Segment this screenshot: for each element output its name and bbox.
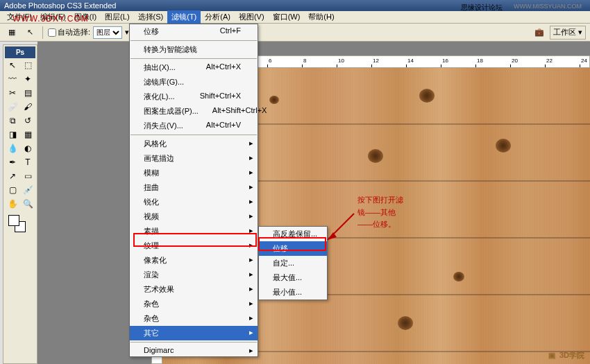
auto-select-dropdown[interactable]: 图层 — [93, 26, 122, 39]
heal-tool-icon[interactable]: 🩹 — [5, 100, 20, 114]
shape-tool-icon[interactable]: ▭ — [20, 169, 35, 183]
menu-select[interactable]: 选择(S) — [134, 10, 168, 24]
menu-distort[interactable]: 扭曲 — [130, 180, 258, 195]
menu-filter-gallery[interactable]: 滤镜库(G)... — [130, 75, 258, 89]
menu-brush-strokes[interactable]: 画笔描边 — [130, 151, 258, 166]
pen-tool-icon[interactable]: ✒ — [5, 155, 20, 169]
move-tool-icon[interactable]: ↖ — [22, 26, 37, 40]
menu-other[interactable]: 其它 — [130, 326, 258, 340]
toolbox-panel: Ps ↖⬚ 〰✦ ✂▤ 🩹🖌 ⧉↺ ◨▦ 💧◐ ✒T ↗▭ ▢💉 ✋🔍 — [3, 44, 37, 364]
eyedropper-tool-icon[interactable]: 💉 — [20, 183, 35, 197]
submenu-minimum[interactable]: 最小值... — [259, 285, 327, 300]
watermark-3d: ▣ 3D学院 — [548, 345, 584, 361]
menu-filter[interactable]: 滤镜(T) — [167, 10, 201, 24]
arrow-icon — [319, 208, 361, 250]
marquee-tool-icon[interactable]: ⬚ — [20, 58, 35, 72]
notes-tool-icon[interactable]: ▢ — [5, 183, 20, 197]
ps-icon[interactable]: ▦ — [4, 26, 19, 40]
zoom-tool-icon[interactable]: 🔍 — [20, 197, 35, 211]
dodge-tool-icon[interactable]: ◐ — [20, 141, 35, 155]
wand-tool-icon[interactable]: ✦ — [20, 72, 35, 86]
blur-tool-icon[interactable]: 💧 — [5, 141, 20, 155]
submenu-offset[interactable]: 位移... — [259, 241, 327, 256]
briefcase-icon[interactable]: 💼 — [532, 26, 547, 40]
menu-last-filter[interactable]: 位移Ctrl+F — [130, 24, 258, 39]
forum-label: 思缘设计论坛 — [457, 1, 507, 14]
menu-sketch[interactable]: 素描 — [130, 224, 258, 239]
menu-noise[interactable]: 杂色 — [130, 297, 258, 311]
menu-digimarc[interactable]: Digimarc — [130, 344, 258, 356]
stamp-tool-icon[interactable]: ⧉ — [5, 114, 20, 128]
menu-render[interactable]: 渲染 — [130, 268, 258, 282]
app-title: Adobe Photoshop CS3 Extended — [4, 1, 116, 10]
menu-view[interactable]: 视图(V) — [235, 10, 269, 24]
history-brush-icon[interactable]: ↺ — [20, 114, 35, 128]
submenu-maximum[interactable]: 最大值... — [259, 270, 327, 285]
menu-window[interactable]: 窗口(W) — [269, 10, 305, 24]
annotation-text: 按下图打开滤 镜——其他 ——位移。 — [357, 194, 403, 231]
submenu-custom[interactable]: 自定... — [259, 256, 327, 270]
menu-pattern-maker[interactable]: 图案生成器(P)...Alt+Shift+Ctrl+X — [130, 104, 258, 119]
submenu-high-pass[interactable]: 高反差保留... — [259, 227, 327, 241]
workspace-dropdown[interactable]: 工作区 ▾ — [550, 26, 586, 40]
menu-convert-smart[interactable]: 转换为智能滤镜 — [130, 42, 258, 57]
menu-noise[interactable]: 杂色 — [130, 311, 258, 326]
other-submenu: 高反差保留... 位移... 自定... 最大值... 最小值... — [258, 226, 328, 300]
auto-select-checkbox[interactable]: 自动选择: — [48, 27, 90, 37]
menu-pixelate[interactable]: 像素化 — [130, 253, 258, 268]
menu-sharpen[interactable]: 锐化 — [130, 195, 258, 209]
menu-liquify[interactable]: 液化(L)...Shift+Ctrl+X — [130, 89, 258, 104]
lasso-tool-icon[interactable]: 〰 — [5, 72, 20, 86]
color-swatches[interactable] — [5, 215, 35, 236]
ps-header-icon: Ps — [5, 46, 35, 58]
crop-tool-icon[interactable]: ✂ — [5, 86, 20, 100]
type-tool-icon[interactable]: T — [20, 155, 35, 169]
svg-marker-1 — [328, 232, 337, 240]
menu-help[interactable]: 帮助(H) — [304, 10, 338, 24]
hand-tool-icon[interactable]: ✋ — [5, 197, 20, 211]
slice-tool-icon[interactable]: ▤ — [20, 86, 35, 100]
options-bar: ▦ ↖ 自动选择: 图层 ▾ 显示 💼 工作区 ▾ — [0, 24, 590, 42]
menu-blur[interactable]: 模糊 — [130, 166, 258, 180]
menu-analysis[interactable]: 分析(A) — [201, 10, 235, 24]
brush-tool-icon[interactable]: 🖌 — [20, 100, 35, 114]
eraser-tool-icon[interactable]: ◨ — [5, 128, 20, 141]
menu-vanishing-point[interactable]: 消失点(V)...Alt+Ctrl+V — [130, 119, 258, 133]
canvas-area: (RGB/8) 024681012141618202224 — [37, 42, 590, 364]
filter-menu: 位移Ctrl+F 转换为智能滤镜 抽出(X)...Alt+Ctrl+X 滤镜库(… — [129, 24, 258, 357]
watermark-3dxy: WWW.3DXY.COM — [12, 14, 89, 24]
menu-artistic[interactable]: 艺术效果 — [130, 282, 258, 297]
path-tool-icon[interactable]: ↗ — [5, 169, 20, 183]
menu-texture[interactable]: 纹理 — [130, 239, 258, 253]
menu-video[interactable]: 视频 — [130, 209, 258, 224]
menu-extract[interactable]: 抽出(X)...Alt+Ctrl+X — [130, 60, 258, 75]
move-tool-icon[interactable]: ↖ — [5, 58, 20, 72]
menu-stylize[interactable]: 风格化 — [130, 137, 258, 151]
menu-layer[interactable]: 图层(L) — [101, 10, 133, 24]
foreground-swatch[interactable] — [8, 215, 19, 226]
forum-url: WWW.MISSYUAN.COM — [509, 1, 586, 11]
gradient-tool-icon[interactable]: ▦ — [20, 128, 35, 141]
